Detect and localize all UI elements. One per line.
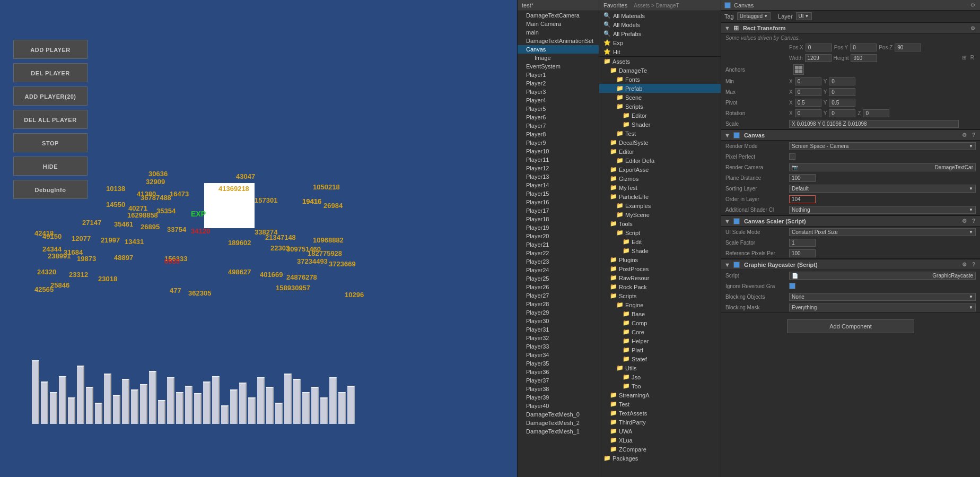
favorites-item[interactable]: 🔍All Models — [599, 20, 721, 29]
rot-z-field[interactable]: 0 — [863, 109, 889, 117]
canvas-help-icon[interactable]: ? — [970, 132, 977, 138]
assets-tree-item[interactable]: 📁ExportAsse — [599, 165, 721, 174]
canvas-scaler-settings-icon[interactable]: ⚙ — [960, 218, 968, 224]
hierarchy-item[interactable]: Player27 — [518, 291, 599, 300]
script-field[interactable]: 📄 GraphicRaycaste — [789, 272, 976, 280]
assets-tree-item[interactable]: 📁DecalSyste — [599, 138, 721, 147]
anchor-box[interactable] — [793, 64, 804, 75]
graphic-raycaster-help-icon[interactable]: ? — [970, 261, 977, 268]
graphic-raycaster-settings-icon[interactable]: ⚙ — [960, 261, 968, 268]
del-player-button[interactable]: DEL PLAYER — [13, 63, 88, 82]
hierarchy-item[interactable]: Player13 — [518, 172, 599, 181]
ignore-reversed-checkbox[interactable] — [789, 283, 795, 289]
hierarchy-item[interactable]: Player24 — [518, 266, 599, 274]
assets-tree-item[interactable]: 📁Comp — [599, 318, 721, 327]
assets-tree-item[interactable]: 📁Engine — [599, 300, 721, 309]
hierarchy-item[interactable]: DamageTextMesh_0 — [518, 410, 599, 419]
inspector-settings-icon[interactable]: ⚙ — [969, 2, 977, 8]
assets-tree-item[interactable]: 📁StreamingA — [599, 391, 721, 400]
hierarchy-item[interactable]: Player37 — [518, 376, 599, 385]
hierarchy-item[interactable]: Player20 — [518, 232, 599, 240]
graphic-raycaster-checkbox[interactable] — [733, 262, 740, 268]
assets-tree-item[interactable]: 📁Editor — [599, 147, 721, 156]
hierarchy-item[interactable]: Player36 — [518, 368, 599, 376]
pivot-x-field[interactable]: 0.5 — [795, 99, 821, 107]
tag-dropdown[interactable]: Untagged ▼ — [737, 12, 771, 20]
graphic-raycaster-toggle[interactable]: ▼ — [724, 262, 730, 268]
hierarchy-item[interactable]: Player31 — [518, 325, 599, 334]
assets-tree-item[interactable]: 📁Platf — [599, 345, 721, 354]
reference-pixels-field[interactable]: 100 — [789, 249, 816, 257]
assets-tree-item[interactable]: 📁Rock Pack — [599, 282, 721, 291]
add-player-20-button[interactable]: ADD PLAYER(20) — [13, 86, 88, 106]
assets-tree-item[interactable]: 📁RawResour — [599, 273, 721, 282]
posy-field[interactable]: 0 — [850, 44, 877, 51]
order-in-layer-field[interactable]: 104 — [789, 195, 816, 203]
favorites-item[interactable]: 🔍All Materials — [599, 11, 721, 20]
assets-tree-item[interactable]: 📁Editor — [599, 111, 721, 120]
hierarchy-item[interactable]: Player5 — [518, 105, 599, 113]
rect-transform-settings-icon[interactable]: ⚙ — [969, 25, 977, 32]
assets-tree-item[interactable]: 📁Gizmos — [599, 174, 721, 183]
hierarchy-item[interactable]: Player4 — [518, 96, 599, 105]
hierarchy-item[interactable]: Player15 — [518, 189, 599, 198]
additional-shader-field[interactable]: Nothing ▼ — [789, 206, 976, 214]
hierarchy-item[interactable]: Canvas — [518, 45, 599, 54]
width-field[interactable]: 1209 — [805, 54, 832, 62]
assets-tree-item[interactable]: 📁Too — [599, 381, 721, 391]
max-x-field[interactable]: 0 — [795, 88, 821, 96]
hierarchy-item[interactable]: Player32 — [518, 334, 599, 342]
hierarchy-item[interactable]: Player23 — [518, 257, 599, 266]
hierarchy-item[interactable]: Player3 — [518, 88, 599, 96]
assets-tree-item[interactable]: 📁Assets — [599, 57, 721, 66]
hierarchy-item[interactable]: Player18 — [518, 215, 599, 223]
hierarchy-item[interactable]: Player9 — [518, 138, 599, 147]
hierarchy-item[interactable]: Player17 — [518, 206, 599, 215]
assets-tree-item[interactable]: 📁ZCompare — [599, 445, 721, 454]
hierarchy-item[interactable]: Player1 — [518, 71, 599, 79]
layer-dropdown[interactable]: UI ▼ — [796, 12, 812, 20]
posx-field[interactable]: 0 — [806, 44, 832, 51]
hierarchy-item[interactable]: DamageTextMesh_2 — [518, 419, 599, 427]
assets-tree-item[interactable]: 📁Plugins — [599, 255, 721, 264]
assets-tree-item[interactable]: 📁Fonts — [599, 75, 721, 84]
hierarchy-item[interactable]: Player28 — [518, 300, 599, 308]
favorites-item[interactable]: ⭐Hit — [599, 47, 721, 56]
hierarchy-item[interactable]: Player26 — [518, 283, 599, 291]
hierarchy-item[interactable]: Player34 — [518, 351, 599, 359]
hierarchy-item[interactable]: Player11 — [518, 155, 599, 164]
scale-field[interactable]: X 0.01098 Y 0.01098 Z 0.01098 — [789, 120, 959, 128]
min-y-field[interactable]: 0 — [829, 77, 855, 85]
favorites-item[interactable]: ⭐Exp — [599, 38, 721, 47]
assets-tree-item[interactable]: 📁TextAssets — [599, 409, 721, 418]
hierarchy-item[interactable]: Player30 — [518, 317, 599, 325]
hierarchy-item[interactable]: main — [518, 28, 599, 37]
assets-tree-item[interactable]: 📁Scripts — [599, 291, 721, 300]
add-component-button[interactable]: Add Component — [787, 319, 914, 333]
hierarchy-item[interactable]: DamageTextAnimationSet — [518, 37, 599, 45]
assets-tree-item[interactable]: 📁Helper — [599, 336, 721, 345]
hierarchy-item[interactable]: Player21 — [518, 240, 599, 249]
hierarchy-item[interactable]: Player38 — [518, 385, 599, 393]
hierarchy-item[interactable]: Player40 — [518, 402, 599, 410]
assets-tree-item[interactable]: 📁Editor Defa — [599, 156, 721, 165]
hierarchy-item[interactable]: Player33 — [518, 342, 599, 351]
canvas-enabled-checkbox[interactable] — [724, 2, 731, 8]
assets-tree-item[interactable]: 📁Scripts — [599, 102, 721, 111]
hierarchy-item[interactable]: Player7 — [518, 122, 599, 130]
size-link-icon[interactable]: R — [969, 54, 976, 62]
assets-tree-item[interactable]: 📁ThirdParty — [599, 418, 721, 427]
hierarchy-item[interactable]: Player2 — [518, 79, 599, 88]
hierarchy-item[interactable]: Player22 — [518, 249, 599, 257]
assets-tree-item[interactable]: 📁ParticleEffe — [599, 192, 721, 201]
render-camera-field[interactable]: 📷 DamageTextCar — [789, 163, 976, 171]
pixel-perfect-checkbox[interactable] — [789, 153, 795, 160]
hierarchy-item[interactable]: EventSystem — [518, 62, 599, 71]
hierarchy-item[interactable]: DamageTextMesh_1 — [518, 427, 599, 436]
blocking-mask-field[interactable]: Everything ▼ — [789, 303, 976, 311]
rot-y-field[interactable]: 0 — [829, 109, 855, 117]
assets-tree-item[interactable]: 📁MyTest — [599, 183, 721, 192]
posz-field[interactable]: 90 — [895, 44, 921, 51]
assets-tree-item[interactable]: 📁Jso — [599, 372, 721, 381]
assets-tree-item[interactable]: 📁Shade — [599, 246, 721, 255]
